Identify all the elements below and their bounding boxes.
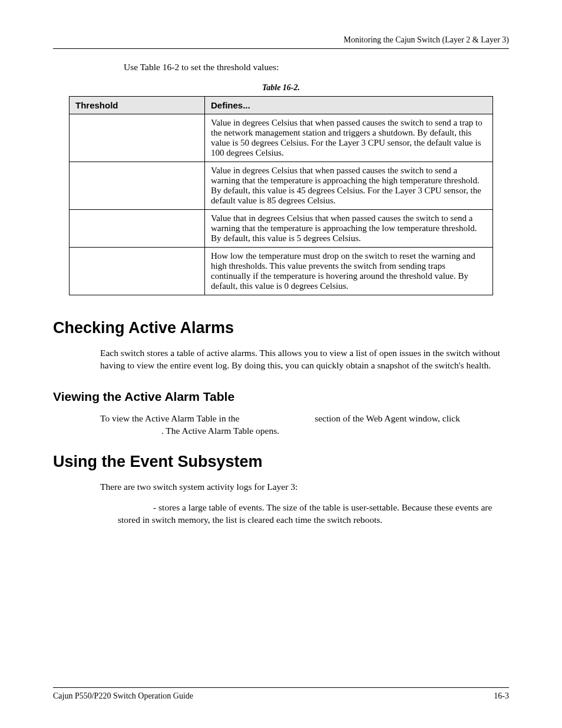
cell-defines: Value in degrees Celsius that when passe… — [205, 162, 493, 210]
heading-using-event-subsystem: Using the Event Subsystem — [53, 453, 509, 471]
footer-left: Cajun P550/P220 Switch Operation Guide — [53, 691, 193, 701]
table-row: How low the temperature must drop on the… — [70, 248, 493, 295]
paragraph: There are two switch system activity log… — [100, 480, 509, 493]
footer-page-number: 16-3 — [494, 691, 509, 701]
cell-threshold — [70, 162, 205, 210]
footer-rule — [53, 687, 509, 688]
heading-checking-active-alarms: Checking Active Alarms — [53, 319, 509, 337]
table-caption: Table 16-2. — [53, 83, 509, 93]
threshold-table: Threshold Defines... Value in degrees Ce… — [69, 96, 493, 295]
text-fragment: To view the Active Alarm Table in the — [100, 413, 239, 423]
cell-threshold — [70, 210, 205, 248]
page-footer: Cajun P550/P220 Switch Operation Guide 1… — [53, 687, 509, 701]
cell-defines: Value that in degrees Celsius that when … — [205, 210, 493, 248]
table-header-row: Threshold Defines... — [70, 97, 493, 114]
viewing-body: To view the Active Alarm Table in the se… — [100, 412, 509, 437]
cell-defines: Value in degrees Celsius that when passe… — [205, 114, 493, 162]
paragraph: To view the Active Alarm Table in the se… — [100, 412, 509, 437]
heading-viewing-active-alarm-table: Viewing the Active Alarm Table — [53, 390, 509, 404]
paragraph: Each switch stores a table of active ala… — [100, 347, 509, 372]
header-rule — [53, 48, 509, 49]
cell-threshold — [70, 248, 205, 295]
table-row: Value in degrees Celsius that when passe… — [70, 162, 493, 210]
col-header-threshold: Threshold — [70, 97, 205, 114]
running-header: Monitoring the Cajun Switch (Layer 2 & L… — [53, 35, 509, 45]
cell-threshold — [70, 114, 205, 162]
cell-defines: How low the temperature must drop on the… — [205, 248, 493, 295]
page: Monitoring the Cajun Switch (Layer 2 & L… — [0, 0, 562, 728]
col-header-defines: Defines... — [205, 97, 493, 114]
bullet-paragraph: - stores a large table of events. The si… — [118, 501, 509, 526]
using-body: There are two switch system activity log… — [100, 480, 509, 493]
text-fragment: - stores a large table of events. The si… — [118, 502, 492, 525]
intro-line: Use Table 16-2 to set the threshold valu… — [124, 62, 509, 73]
table-row: Value that in degrees Celsius that when … — [70, 210, 493, 248]
table-row: Value in degrees Celsius that when passe… — [70, 114, 493, 162]
text-fragment: . The Active Alarm Table opens. — [161, 426, 279, 436]
checking-body: Each switch stores a table of active ala… — [100, 347, 509, 372]
text-fragment: section of the Web Agent window, click — [315, 413, 460, 423]
